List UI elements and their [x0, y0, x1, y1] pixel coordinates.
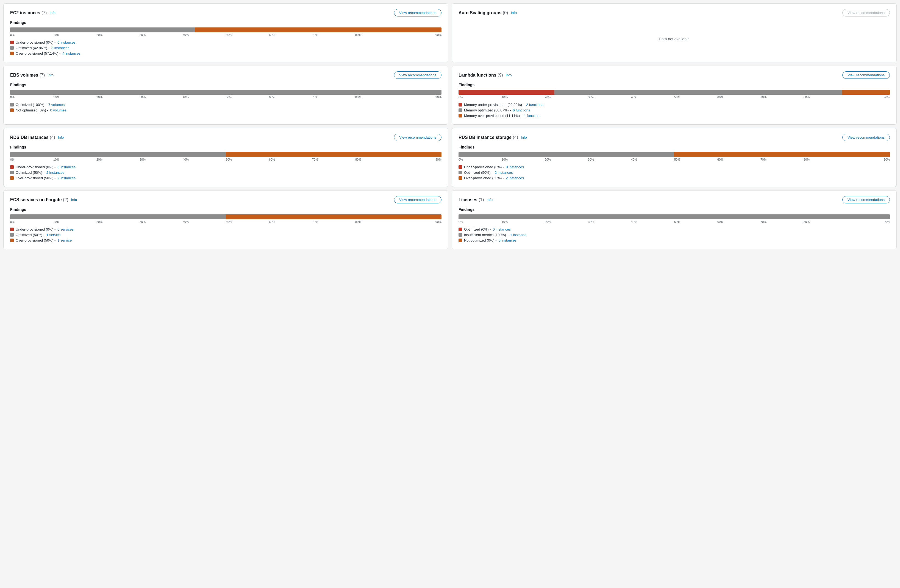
legend-swatch-rds-1: [10, 171, 14, 174]
pct-label-licenses-8: 80%: [804, 220, 847, 223]
legend-item-rds-storage-2: Over-provisioned (50%) - 2 instances: [459, 176, 890, 180]
legend-swatch-rds-storage-2: [459, 176, 462, 180]
card-title-group-ebs: EBS volumes (7)Info: [10, 73, 54, 78]
findings-label-ecs: Findings: [10, 207, 441, 212]
card-title-group-ecs: ECS services on Fargate (2)Info: [10, 197, 77, 202]
legend-swatch-ec2-2: [10, 52, 14, 55]
legend-link-lambda-2[interactable]: 1 function: [524, 114, 539, 118]
card-count-rds-storage: (4): [513, 135, 518, 140]
card-ec2: EC2 instances (7)InfoView recommendation…: [3, 3, 448, 62]
legend-link-rds-storage-2[interactable]: 2 instances: [506, 176, 524, 180]
bar-segment-licenses-0: [459, 214, 890, 219]
pct-label-licenses-1: 10%: [502, 220, 545, 223]
card-title-group-ec2: EC2 instances (7)Info: [10, 11, 56, 15]
pct-labels-ecs: 0%10%20%30%40%50%60%70%80%90%: [10, 220, 441, 223]
legend-link-ecs-2[interactable]: 1 service: [57, 238, 72, 242]
card-title-rds: RDS DB instances (4): [10, 135, 55, 140]
legend-link-ecs-1[interactable]: 1 service: [47, 233, 61, 237]
legend-item-rds-2: Over-provisioned (50%) - 2 instances: [10, 176, 441, 180]
legend-link-rds-storage-1[interactable]: 2 instances: [495, 170, 513, 175]
legend-swatch-ec2-1: [10, 46, 14, 50]
legend-link-rds-storage-0[interactable]: 0 instances: [506, 165, 524, 169]
legend-link-ebs-1[interactable]: 0 volumes: [50, 108, 66, 112]
view-btn-ecs[interactable]: View recommendations: [394, 196, 441, 203]
info-link-ebs[interactable]: Info: [48, 73, 54, 77]
bar-segment-rds-storage-1: [674, 152, 890, 157]
pct-label-licenses-7: 70%: [760, 220, 804, 223]
view-btn-licenses[interactable]: View recommendations: [842, 196, 890, 203]
info-link-lambda[interactable]: Info: [506, 73, 512, 77]
pct-label-licenses-5: 50%: [674, 220, 717, 223]
pct-label-ebs-6: 60%: [269, 96, 312, 99]
view-btn-rds-storage[interactable]: View recommendations: [842, 134, 890, 141]
legend-item-lambda-1: Memory optimized (66.67%) - 6 functions: [459, 108, 890, 112]
legend-link-ec2-1[interactable]: 3 instances: [51, 46, 70, 50]
card-header-asg: Auto Scaling groups (0)InfoView recommen…: [459, 9, 890, 17]
legend-item-licenses-0: Optimized (0%) - 0 instances: [459, 227, 890, 231]
legend-link-ec2-2[interactable]: 4 instances: [62, 51, 81, 56]
card-title-ec2: EC2 instances (7): [10, 11, 47, 15]
view-btn-rds[interactable]: View recommendations: [394, 134, 441, 141]
view-btn-ec2[interactable]: View recommendations: [394, 9, 441, 17]
legend-link-ecs-0[interactable]: 0 services: [57, 227, 74, 231]
legend-link-rds-2[interactable]: 2 instances: [57, 176, 76, 180]
bar-container-ecs: 0%10%20%30%40%50%60%70%80%90%: [10, 214, 441, 223]
bar-container-rds: 0%10%20%30%40%50%60%70%80%90%: [10, 152, 441, 161]
legend-text-licenses-0: Optimized (0%) -: [464, 227, 491, 231]
bar-segment-ecs-1: [226, 214, 441, 219]
bar-track-ecs: [10, 214, 441, 219]
legend-swatch-ecs-2: [10, 238, 14, 242]
pct-label-rds-7: 70%: [312, 158, 355, 161]
bar-track-ebs: [10, 90, 441, 95]
view-btn-ebs[interactable]: View recommendations: [394, 71, 441, 79]
legend-swatch-licenses-2: [459, 238, 462, 242]
legend-link-licenses-2[interactable]: 0 instances: [498, 238, 517, 242]
pct-label-ebs-2: 20%: [96, 96, 140, 99]
info-link-rds-storage[interactable]: Info: [521, 135, 527, 139]
legend-text-licenses-1: Insufficient metrics (100%) -: [464, 233, 508, 237]
legend-link-licenses-0[interactable]: 0 instances: [493, 227, 511, 231]
info-link-rds[interactable]: Info: [58, 135, 64, 139]
pct-label-ebs-3: 30%: [140, 96, 183, 99]
legend-text-ec2-1: Optimized (42.86%) -: [16, 46, 50, 50]
legend-link-licenses-1[interactable]: 1 instance: [510, 233, 526, 237]
legend-link-ebs-0[interactable]: 7 volumes: [48, 103, 65, 107]
legend-link-ec2-0[interactable]: 0 instances: [57, 40, 76, 45]
legend-swatch-lambda-0: [459, 103, 462, 107]
pct-label-ecs-3: 30%: [140, 220, 183, 223]
pct-labels-lambda: 0%10%20%30%40%50%60%70%80%90%: [459, 96, 890, 99]
bar-container-licenses: 0%10%20%30%40%50%60%70%80%90%: [459, 214, 890, 223]
info-link-ec2[interactable]: Info: [50, 11, 56, 15]
pct-label-rds-storage-3: 30%: [588, 158, 631, 161]
bar-segment-rds-0: [10, 152, 226, 157]
bar-segment-lambda-2: [842, 90, 890, 95]
legend-link-lambda-0[interactable]: 2 functions: [526, 103, 543, 107]
pct-label-rds-6: 60%: [269, 158, 312, 161]
legend-link-rds-1[interactable]: 2 instances: [47, 170, 65, 175]
legend-link-lambda-1[interactable]: 6 functions: [513, 108, 530, 112]
findings-label-lambda: Findings: [459, 83, 890, 87]
legend-item-ecs-0: Under-provisioned (0%) - 0 services: [10, 227, 441, 231]
pct-label-rds-4: 40%: [183, 158, 226, 161]
bar-track-lambda: [459, 90, 890, 95]
pct-label-ecs-5: 50%: [226, 220, 269, 223]
pct-label-ec2-4: 40%: [183, 33, 226, 37]
legend-swatch-ecs-1: [10, 233, 14, 237]
legend-text-ebs-0: Optimized (100%) -: [16, 103, 47, 107]
info-link-licenses[interactable]: Info: [487, 198, 493, 202]
info-link-asg[interactable]: Info: [511, 11, 517, 15]
card-count-ecs: (2): [63, 197, 68, 202]
bar-track-ec2: [10, 28, 441, 32]
card-header-ebs: EBS volumes (7)InfoView recommendations: [10, 71, 441, 79]
legend-swatch-licenses-0: [459, 227, 462, 231]
pct-label-rds-storage-5: 50%: [674, 158, 717, 161]
info-link-ecs[interactable]: Info: [71, 198, 77, 202]
pct-label-rds-storage-1: 10%: [502, 158, 545, 161]
pct-label-lambda-5: 50%: [674, 96, 717, 99]
card-ebs: EBS volumes (7)InfoView recommendationsF…: [3, 66, 448, 125]
view-btn-lambda[interactable]: View recommendations: [842, 71, 890, 79]
legend-item-rds-storage-0: Under-provisioned (0%) - 0 instances: [459, 165, 890, 169]
legend-link-rds-0[interactable]: 0 instances: [57, 165, 76, 169]
pct-label-lambda-0: 0%: [459, 96, 502, 99]
pct-label-ec2-3: 30%: [140, 33, 183, 37]
